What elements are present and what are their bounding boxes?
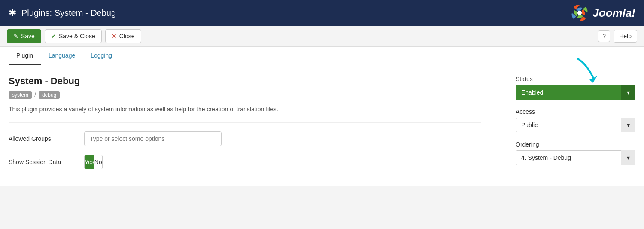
ordering-select-wrap: 4. System - Debug ▾ xyxy=(516,150,635,165)
show-session-row: Show Session Data Yes No xyxy=(9,155,481,169)
svg-point-1 xyxy=(577,11,582,15)
header: ✱ Plugins: System - Debug Joomla! xyxy=(0,0,644,26)
plugin-description: This plugin provides a variety of system… xyxy=(9,105,481,114)
status-select[interactable]: Enabled Disabled xyxy=(516,85,635,100)
tab-language[interactable]: Language xyxy=(41,47,83,65)
session-no-button[interactable]: No xyxy=(94,155,102,169)
joomla-logo-text: Joomla! xyxy=(592,6,635,20)
tabs-bar: Plugin Language Logging xyxy=(0,47,644,65)
tag-system: system xyxy=(9,91,32,99)
toolbar-right: ? Help xyxy=(598,30,637,43)
status-section: Status Enabled Disabled ▾ xyxy=(516,76,635,100)
access-select[interactable]: Public Registered Special xyxy=(516,118,635,132)
toolbar: ✎ Save ✔ Save & Close ✕ Close ? Help xyxy=(0,26,644,47)
checkmark-icon: ✔ xyxy=(51,33,56,40)
ordering-label: Ordering xyxy=(516,141,635,148)
session-toggle-group: Yes No xyxy=(84,155,103,169)
tag-separator: / xyxy=(34,92,36,98)
joomla-emblem-icon xyxy=(570,3,589,22)
content-left: System - Debug system / debug This plugi… xyxy=(9,76,498,178)
save-button[interactable]: ✎ Save xyxy=(7,29,41,43)
save-close-label: Save & Close xyxy=(59,33,95,40)
session-yes-button[interactable]: Yes xyxy=(85,155,94,169)
tab-plugin[interactable]: Plugin xyxy=(9,47,41,65)
allowed-groups-label: Allowed Groups xyxy=(9,135,77,142)
main-content: System - Debug system / debug This plugi… xyxy=(0,65,644,186)
save-close-button[interactable]: ✔ Save & Close xyxy=(45,29,102,43)
tab-logging[interactable]: Logging xyxy=(83,47,120,65)
plugin-title: System - Debug xyxy=(9,76,481,87)
divider xyxy=(9,122,481,123)
allowed-groups-row: Allowed Groups xyxy=(9,131,481,146)
help-button[interactable]: Help xyxy=(614,30,637,43)
header-title: Plugins: System - Debug xyxy=(21,8,116,18)
header-left: ✱ Plugins: System - Debug xyxy=(9,7,116,18)
joomla-logo: Joomla! xyxy=(570,3,635,22)
allowed-groups-input[interactable] xyxy=(84,131,222,146)
close-label: Close xyxy=(119,33,135,40)
content-right: Status Enabled Disabled ▾ Access Public … xyxy=(498,76,635,178)
close-button[interactable]: ✕ Close xyxy=(105,29,141,43)
ordering-select[interactable]: 4. System - Debug xyxy=(516,150,635,165)
show-session-label: Show Session Data xyxy=(9,159,77,165)
status-select-wrap: Enabled Disabled ▾ xyxy=(516,85,635,100)
plugin-tags: system / debug xyxy=(9,91,481,99)
plugin-header-icon: ✱ xyxy=(9,7,16,18)
toolbar-buttons: ✎ Save ✔ Save & Close ✕ Close xyxy=(7,29,141,43)
tag-debug: debug xyxy=(39,91,60,99)
x-icon: ✕ xyxy=(112,33,117,40)
save-icon: ✎ xyxy=(13,33,18,40)
access-select-wrap: Public Registered Special ▾ xyxy=(516,118,635,132)
help-question-icon[interactable]: ? xyxy=(598,30,610,42)
access-label: Access xyxy=(516,108,635,115)
save-label: Save xyxy=(21,33,35,40)
